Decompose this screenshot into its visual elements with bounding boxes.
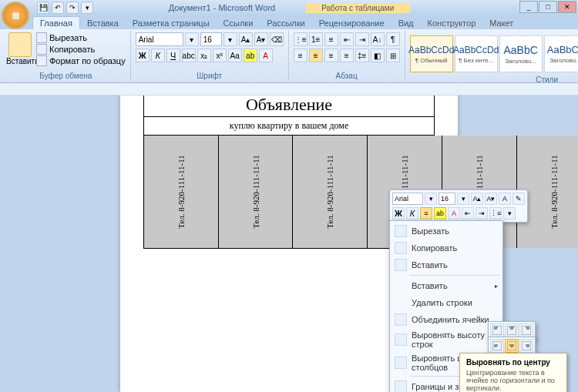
mt-indent-dec-button[interactable]: ⇤ <box>462 207 474 219</box>
context-item[interactable]: Вставить▸ <box>391 277 501 294</box>
mt-bullets-button[interactable]: ⋮≡ <box>489 207 502 219</box>
mt-font-input[interactable] <box>392 193 423 205</box>
justify-button[interactable]: ≡ <box>340 49 354 62</box>
show-marks-button[interactable]: ¶ <box>386 32 400 46</box>
align-ml-button[interactable] <box>490 339 504 353</box>
table-phone-cell[interactable]: Тел. 8-920-111-11-11 <box>293 136 368 248</box>
office-button[interactable]: ⊞ <box>2 2 29 29</box>
style-nospacing[interactable]: AaBbCcDd¶ Без инте... <box>455 35 498 72</box>
copy-button[interactable]: Копировать <box>36 44 126 55</box>
context-item[interactable]: Удалить строки <box>391 294 501 311</box>
grow-font-icon[interactable]: A▴ <box>239 32 253 46</box>
bullets-button[interactable]: ⋮≡ <box>294 32 307 46</box>
align-tc-button[interactable] <box>505 323 519 337</box>
context-item[interactable]: Объединить ячейки <box>391 311 501 328</box>
mt-align-center-button[interactable]: ≡ <box>420 207 432 219</box>
font-name-input[interactable] <box>136 32 183 46</box>
indent-dec-button[interactable]: ⇤ <box>340 32 354 46</box>
mt-size-dd-icon[interactable]: ▾ <box>457 193 469 205</box>
context-item[interactable]: Копировать <box>391 240 501 256</box>
context-item[interactable]: Выровнять высоту строк <box>391 328 501 351</box>
tab-view[interactable]: Вид <box>391 17 421 29</box>
context-item-icon <box>395 259 407 271</box>
horizontal-ruler[interactable] <box>0 83 578 95</box>
context-item[interactable]: Вставить <box>391 256 501 273</box>
shrink-font-icon[interactable]: A▾ <box>254 32 268 46</box>
borders-button[interactable]: ⊞ <box>386 49 400 62</box>
undo-icon[interactable]: ↶ <box>52 2 64 14</box>
tab-review[interactable]: Рецензирование <box>312 17 391 29</box>
paste-button[interactable]: Вставить <box>6 32 34 72</box>
copy-icon <box>36 44 47 55</box>
tab-design[interactable]: Конструктор <box>421 17 483 29</box>
tab-references[interactable]: Ссылки <box>217 17 260 29</box>
qat-more-icon[interactable]: ▾ <box>81 2 93 14</box>
table-phone-cell[interactable]: Тел. 8-920-111-11-11 <box>219 136 294 248</box>
multilevel-button[interactable]: ≡ <box>324 32 338 46</box>
align-left-button[interactable]: ≡ <box>294 49 307 62</box>
clear-format-icon[interactable]: ⌫ <box>270 32 284 46</box>
align-mr-button[interactable] <box>519 339 533 353</box>
group-paragraph: ⋮≡ 1≡ ≡ ⇤ ⇥ A↓ ¶ ≡ ≡ ≡ ≡ ‡≡ ◧ ⊞ Абзац <box>289 31 405 81</box>
maximize-button[interactable]: □ <box>539 1 557 13</box>
underline-button[interactable]: Ч <box>166 49 180 62</box>
case-button[interactable]: Aa <box>228 49 242 62</box>
shading-button[interactable]: ◧ <box>371 49 385 62</box>
mt-italic-button[interactable]: К <box>406 207 418 219</box>
tab-insert[interactable]: Вставка <box>80 17 126 29</box>
tab-mailings[interactable]: Рассылки <box>260 17 311 29</box>
mt-shrink-icon[interactable]: A▾ <box>485 193 497 205</box>
italic-button[interactable]: К <box>151 49 165 62</box>
mt-indent-inc-button[interactable]: ⇥ <box>476 207 488 219</box>
titlebar: ⊞ 💾 ↶ ↷ ▾ Документ1 - Microsoft Word Раб… <box>0 0 578 15</box>
highlight-button[interactable]: ab <box>244 49 257 62</box>
indent-inc-button[interactable]: ⇥ <box>355 32 369 46</box>
save-icon[interactable]: 💾 <box>37 2 49 14</box>
font-size-input[interactable] <box>200 32 222 46</box>
mt-font-dd-icon[interactable]: ▾ <box>425 193 437 205</box>
align-tl-button[interactable] <box>490 323 504 337</box>
align-right-button[interactable]: ≡ <box>324 49 338 62</box>
minimize-button[interactable]: _ <box>519 1 538 13</box>
tab-page-layout[interactable]: Разметка страницы <box>126 17 217 29</box>
mt-more-icon[interactable]: ▾ <box>503 207 516 219</box>
mt-brush-icon[interactable]: ✎ <box>512 193 525 205</box>
align-center-button[interactable]: ≡ <box>309 49 323 62</box>
mt-grow-icon[interactable]: A▴ <box>471 193 483 205</box>
strike-button[interactable]: abc <box>182 49 196 62</box>
sort-button[interactable]: A↓ <box>371 32 385 46</box>
bold-button[interactable]: Ж <box>136 49 150 62</box>
mt-bold-button[interactable]: Ж <box>392 207 405 219</box>
style-heading1[interactable]: AaBbCЗаголово... <box>499 35 543 72</box>
style-heading2[interactable]: AaBbCcЗаголово... <box>544 35 578 72</box>
mt-styles-icon[interactable]: A <box>499 193 511 205</box>
redo-icon[interactable]: ↷ <box>66 2 79 14</box>
align-tr-button[interactable] <box>519 323 533 337</box>
svg-rect-15 <box>522 341 531 350</box>
font-name-dropdown-icon[interactable]: ▾ <box>185 32 199 46</box>
numbering-button[interactable]: 1≡ <box>309 32 323 46</box>
mt-size-input[interactable] <box>439 193 455 205</box>
table-subtitle-cell[interactable]: куплю квартиру в вашем доме <box>144 117 434 136</box>
close-button[interactable]: ✕ <box>558 1 576 13</box>
font-color-button[interactable]: A <box>259 49 273 62</box>
svg-rect-9 <box>492 341 502 350</box>
line-spacing-button[interactable]: ‡≡ <box>355 49 369 62</box>
align-mc-button[interactable] <box>505 339 519 353</box>
tab-home[interactable]: Главная <box>32 16 80 29</box>
mt-highlight-button[interactable]: ab <box>434 207 446 219</box>
tooltip: Выровнять по центру Центрирование текста… <box>459 353 567 392</box>
group-clipboard: Вставить Вырезать Копировать Формат по о… <box>2 31 131 81</box>
table-phone-cell[interactable]: Тел. 8-920-111-11-11 <box>144 136 219 248</box>
table-title-cell[interactable]: Объявление <box>144 95 434 117</box>
superscript-button[interactable]: x² <box>213 49 227 62</box>
context-item-icon <box>395 242 407 254</box>
subscript-button[interactable]: x₂ <box>197 49 211 62</box>
tab-layout[interactable]: Макет <box>482 17 520 29</box>
font-size-dropdown-icon[interactable]: ▾ <box>223 32 237 46</box>
cut-button[interactable]: Вырезать <box>36 32 126 43</box>
context-item[interactable]: Вырезать <box>391 223 501 240</box>
style-normal[interactable]: AaBbCcDd¶ Обычный <box>410 35 453 72</box>
format-painter-button[interactable]: Формат по образцу <box>36 55 126 66</box>
mt-fontcolor-button[interactable]: A <box>448 207 460 219</box>
